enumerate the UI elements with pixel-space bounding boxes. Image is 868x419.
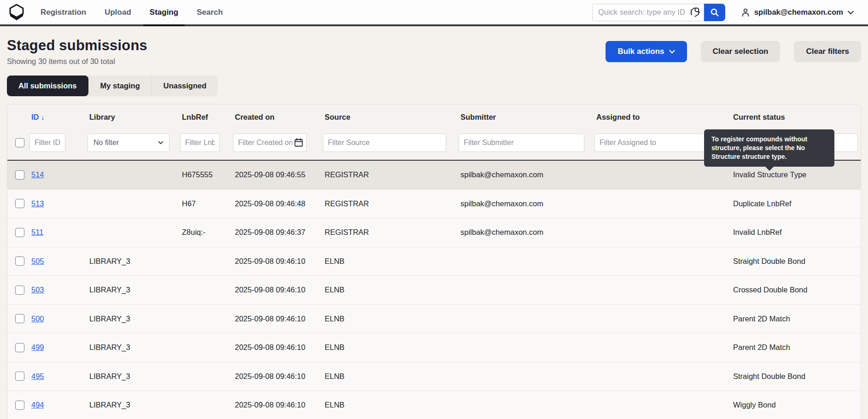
source-cell: ELNB (323, 285, 459, 294)
submission-tabs: All submissions My staging Unassigned (7, 76, 218, 96)
row-checkbox[interactable] (15, 199, 24, 208)
status-cell: Wiggly Bond (731, 401, 861, 409)
source-cell: REGISTRAR (323, 170, 459, 179)
submitter-cell: spilbak@chemaxon.com (459, 228, 594, 237)
submission-id-link[interactable]: 495 (31, 372, 44, 380)
filter-assigned-to-input[interactable] (594, 134, 709, 152)
lnbref-cell: H675555 (180, 170, 233, 179)
filter-source-input[interactable] (323, 134, 446, 152)
status-cell: Invalid Structure Type (731, 170, 861, 179)
created-on-cell: 2025-09-08 09:46:10 (233, 343, 323, 352)
column-header-created-on[interactable]: Created on (233, 113, 323, 122)
status-cell: Straight Double Bond (731, 257, 861, 266)
library-cell: LIBRARY_3 (87, 314, 180, 323)
bulk-actions-button[interactable]: Bulk actions (606, 41, 687, 62)
quick-search (592, 4, 725, 21)
submission-id-link[interactable]: 513 (31, 199, 44, 208)
column-header-submitter[interactable]: Submitter (459, 113, 594, 122)
filter-lnbref-input[interactable] (180, 134, 220, 152)
source-cell: ELNB (323, 314, 459, 323)
clear-selection-button[interactable]: Clear selection (701, 41, 781, 62)
filter-submitter-input[interactable] (459, 134, 584, 152)
table-row[interactable]: 511 Z8uiq:- 2025-09-08 09:46:37 REGISTRA… (7, 218, 861, 247)
nav-items: Registration Upload Staging Search (41, 0, 223, 24)
source-cell: ELNB (323, 343, 459, 352)
library-cell: LIBRARY_3 (87, 285, 180, 294)
clear-filters-button[interactable]: Clear filters (794, 41, 861, 62)
row-checkbox[interactable] (15, 256, 24, 266)
submission-id-link[interactable]: 494 (31, 401, 44, 409)
library-cell: LIBRARY_3 (87, 401, 180, 409)
top-nav: Registration Upload Staging Search (0, 0, 868, 26)
row-checkbox[interactable] (15, 228, 24, 237)
quick-search-input[interactable] (598, 8, 688, 17)
column-header-assigned-to[interactable]: Assigned to (594, 113, 731, 122)
created-on-cell: 2025-09-08 09:46:10 (233, 257, 323, 266)
created-on-cell: 2025-09-08 09:46:10 (233, 314, 323, 323)
submission-id-link[interactable]: 505 (31, 257, 44, 265)
created-on-cell: 2025-09-08 09:46:48 (233, 199, 323, 208)
table-row[interactable]: 505 LIBRARY_3 2025-09-08 09:46:10 ELNB S… (7, 247, 861, 276)
filter-id-input[interactable] (29, 134, 65, 152)
user-menu[interactable]: spilbak@chemaxon.com (741, 8, 854, 17)
library-cell: LIBRARY_3 (87, 343, 180, 352)
row-checkbox[interactable] (15, 343, 24, 352)
chevron-down-icon (669, 50, 675, 54)
row-checkbox[interactable] (15, 401, 24, 410)
tab-unassigned[interactable]: Unassigned (151, 76, 218, 96)
created-on-cell: 2025-09-08 09:46:10 (233, 401, 323, 409)
column-header-id[interactable]: ID↓ (29, 113, 87, 122)
source-cell: REGISTRAR (323, 228, 459, 237)
submission-id-link[interactable]: 499 (31, 343, 44, 351)
row-checkbox[interactable] (15, 372, 24, 381)
table-header-row: ID↓ Library LnbRef Created on Source Sub… (7, 105, 861, 126)
search-submit-button[interactable] (704, 4, 725, 21)
row-checkbox[interactable] (15, 170, 24, 180)
table-row[interactable]: 494 LIBRARY_3 2025-09-08 09:46:10 ELNB W… (7, 391, 861, 419)
page-title: Staged submissions (7, 37, 147, 54)
column-header-lnbref[interactable]: LnbRef (180, 113, 233, 122)
nav-item-registration[interactable]: Registration (41, 0, 86, 24)
submission-id-link[interactable]: 511 (31, 228, 43, 236)
row-checkbox[interactable] (15, 314, 24, 323)
select-all-checkbox[interactable] (15, 138, 24, 147)
nav-item-staging[interactable]: Staging (150, 0, 178, 24)
table-row[interactable]: 500 LIBRARY_3 2025-09-08 09:46:10 ELNB P… (7, 305, 861, 334)
column-header-current-status[interactable]: Current status (731, 113, 861, 122)
items-count-text: Showing 30 items out of 30 total (7, 57, 147, 66)
row-checkbox[interactable] (15, 285, 24, 295)
search-icon (710, 8, 719, 17)
table-row[interactable]: 513 H67 2025-09-08 09:46:48 REGISTRAR sp… (7, 190, 861, 219)
user-email: spilbak@chemaxon.com (754, 8, 843, 17)
created-on-cell: 2025-09-08 09:46:37 (233, 228, 323, 237)
status-cell: Parent 2D Match (731, 343, 861, 352)
structure-search-icon[interactable] (689, 6, 701, 18)
submission-id-link[interactable]: 503 (31, 285, 44, 294)
tab-my-staging[interactable]: My staging (88, 76, 151, 96)
source-cell: ELNB (323, 257, 459, 266)
column-header-source[interactable]: Source (323, 113, 459, 122)
table-body: 514 H675555 2025-09-08 09:46:55 REGISTRA… (7, 161, 861, 419)
table-row[interactable]: 499 LIBRARY_3 2025-09-08 09:46:10 ELNB P… (7, 333, 861, 362)
chevron-down-icon (158, 141, 163, 145)
sort-descending-icon: ↓ (41, 113, 45, 121)
filter-library-select[interactable]: No filter (87, 134, 169, 152)
calendar-icon[interactable] (294, 138, 303, 147)
nav-item-upload[interactable]: Upload (105, 0, 131, 24)
nav-item-search[interactable]: Search (197, 0, 223, 24)
table-row[interactable]: 495 LIBRARY_3 2025-09-08 09:46:10 ELNB S… (7, 362, 861, 391)
source-cell: ELNB (323, 401, 459, 409)
person-icon (741, 8, 750, 17)
status-cell: Crossed Double Bond (731, 285, 861, 294)
created-on-cell: 2025-09-08 09:46:10 (233, 285, 323, 294)
status-tooltip: To register compounds without structure,… (704, 129, 834, 167)
submitter-cell: spilbak@chemaxon.com (459, 199, 594, 208)
created-on-cell: 2025-09-08 09:46:10 (233, 372, 323, 381)
column-header-library[interactable]: Library (87, 113, 180, 122)
tab-all-submissions[interactable]: All submissions (7, 76, 88, 96)
submission-id-link[interactable]: 500 (31, 314, 44, 323)
library-cell: LIBRARY_3 (87, 257, 180, 266)
chemaxon-logo[interactable] (7, 3, 26, 22)
table-row[interactable]: 503 LIBRARY_3 2025-09-08 09:46:10 ELNB C… (7, 276, 861, 305)
submission-id-link[interactable]: 514 (31, 170, 44, 179)
